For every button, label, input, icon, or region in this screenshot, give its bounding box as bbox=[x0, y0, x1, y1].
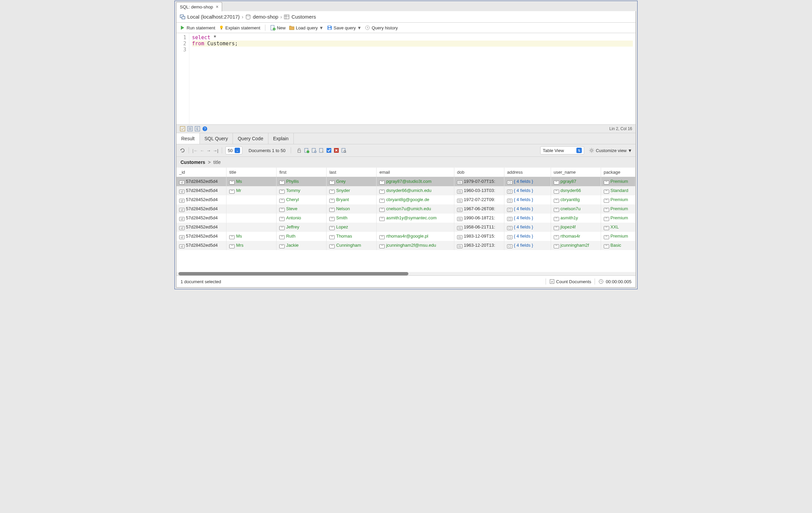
add-doc-icon[interactable] bbox=[304, 148, 309, 153]
table-cell[interactable]: Nelson bbox=[327, 204, 377, 214]
breadcrumb-connection[interactable]: Local (localhost:27017) bbox=[187, 14, 240, 20]
help-icon[interactable]: ? bbox=[202, 126, 208, 131]
table-cell[interactable]: { 4 fields } bbox=[504, 223, 551, 232]
table-cell[interactable]: { 4 fields } bbox=[504, 214, 551, 223]
customize-view-button[interactable]: Customize view ▼ bbox=[589, 148, 632, 153]
history-button[interactable]: Query history bbox=[365, 25, 398, 30]
table-cell[interactable]: Mr bbox=[226, 186, 277, 195]
table-cell[interactable]: Thomas bbox=[327, 232, 377, 241]
table-cell[interactable]: 1990-06-18T21: bbox=[454, 214, 504, 223]
horizontal-scrollbar[interactable] bbox=[176, 272, 636, 275]
table-row[interactable]: 57d28452ed5d4MsRuthThomasrthomas4r@googl… bbox=[176, 232, 636, 241]
tab-result[interactable]: Result bbox=[176, 133, 200, 144]
table-cell[interactable]: 1963-12-20T13: bbox=[454, 241, 504, 250]
editor-tab[interactable]: SQL: demo-shop × bbox=[176, 2, 222, 11]
column-header[interactable]: email bbox=[377, 168, 454, 177]
table-row[interactable]: 57d28452ed5d4MrTommySnyderdsnyder66@umic… bbox=[176, 186, 636, 195]
view-doc-icon[interactable] bbox=[311, 148, 317, 153]
table-cell[interactable]: { 4 fields } bbox=[504, 204, 551, 214]
table-cell[interactable]: Ruth bbox=[277, 232, 327, 241]
table-cell[interactable]: cnelson7u bbox=[551, 204, 601, 214]
table-cell[interactable]: Tommy bbox=[277, 186, 327, 195]
path-collection[interactable]: Customers bbox=[181, 160, 205, 165]
table-cell[interactable]: cbryant8g@google.de bbox=[377, 195, 454, 204]
table-cell[interactable]: Premium bbox=[601, 214, 635, 223]
breadcrumb-collection[interactable]: Customers bbox=[291, 14, 316, 20]
table-cell[interactable] bbox=[226, 204, 277, 214]
prev-page-icon[interactable]: ← bbox=[200, 148, 204, 153]
tab-query-code[interactable]: Query Code bbox=[233, 133, 268, 144]
editor-option-icon[interactable] bbox=[180, 126, 185, 131]
table-cell[interactable]: dsnyder66@umich.edu bbox=[377, 186, 454, 195]
table-cell[interactable]: 57d28452ed5d4 bbox=[176, 241, 226, 250]
table-cell[interactable]: Bryant bbox=[327, 195, 377, 204]
table-cell[interactable]: { 4 fields } bbox=[504, 186, 551, 195]
new-button[interactable]: + New bbox=[270, 25, 286, 30]
table-cell[interactable] bbox=[226, 223, 277, 232]
next-page-icon[interactable]: → bbox=[206, 148, 211, 153]
table-cell[interactable]: Cheryl bbox=[277, 195, 327, 204]
table-row[interactable]: 57d28452ed5d4MrsJackieCunninghamjcunning… bbox=[176, 241, 636, 250]
table-cell[interactable]: dsnyder66 bbox=[551, 186, 601, 195]
search-doc-icon[interactable] bbox=[341, 148, 347, 153]
column-header[interactable]: dob bbox=[454, 168, 504, 177]
table-cell[interactable]: Premium bbox=[601, 177, 635, 187]
breadcrumb-database[interactable]: demo-shop bbox=[253, 14, 278, 20]
table-cell[interactable]: { 4 fields } bbox=[504, 195, 551, 204]
table-cell[interactable]: Basic bbox=[601, 241, 635, 250]
column-header[interactable]: first bbox=[277, 168, 327, 177]
table-cell[interactable]: Steve bbox=[277, 204, 327, 214]
table-cell[interactable]: cnelson7u@umich.edu bbox=[377, 204, 454, 214]
table-cell[interactable]: Ms bbox=[226, 177, 277, 187]
table-row[interactable]: 57d28452ed5d4SteveNelsoncnelson7u@umich.… bbox=[176, 204, 636, 214]
table-cell[interactable]: Jackie bbox=[277, 241, 327, 250]
table-cell[interactable]: pgray87@studio3t.com bbox=[377, 177, 454, 187]
table-cell[interactable]: { 4 fields } bbox=[504, 241, 551, 250]
table-cell[interactable] bbox=[226, 195, 277, 204]
view-mode-select[interactable]: Table View ⇅ bbox=[540, 146, 584, 154]
table-cell[interactable]: Grey bbox=[327, 177, 377, 187]
column-header[interactable]: _id bbox=[176, 168, 226, 177]
table-cell[interactable]: { 4 fields } bbox=[504, 232, 551, 241]
validate-icon[interactable] bbox=[326, 148, 332, 153]
table-cell[interactable]: 1958-06-21T11: bbox=[454, 223, 504, 232]
tab-sql-query[interactable]: SQL Query bbox=[200, 133, 233, 144]
table-cell[interactable]: asmith1y bbox=[551, 214, 601, 223]
sql-editor[interactable]: 1 2 3 select * from Customers; bbox=[176, 33, 636, 124]
table-cell[interactable] bbox=[226, 214, 277, 223]
column-header[interactable]: address bbox=[504, 168, 551, 177]
table-cell[interactable]: 57d28452ed5d4 bbox=[176, 214, 226, 223]
column-header[interactable]: package bbox=[601, 168, 635, 177]
table-cell[interactable]: 57d28452ed5d4 bbox=[176, 232, 226, 241]
save-button[interactable]: Save query ▼ bbox=[327, 25, 362, 30]
column-header[interactable]: title bbox=[226, 168, 277, 177]
column-header[interactable]: last bbox=[327, 168, 377, 177]
table-cell[interactable]: jcunningham2f bbox=[551, 241, 601, 250]
table-cell[interactable]: jcunningham2f@msu.edu bbox=[377, 241, 454, 250]
table-cell[interactable]: Snyder bbox=[327, 186, 377, 195]
table-row[interactable]: 57d28452ed5d4MsPhyllisGreypgray87@studio… bbox=[176, 177, 636, 187]
table-cell[interactable]: Standard bbox=[601, 186, 635, 195]
editor-option-icon[interactable]: E bbox=[195, 126, 200, 131]
table-cell[interactable]: Phyllis bbox=[277, 177, 327, 187]
table-cell[interactable]: Antonio bbox=[277, 214, 327, 223]
run-button[interactable]: Run statement bbox=[180, 25, 215, 30]
count-documents-button[interactable]: # Count Documents bbox=[549, 279, 591, 284]
table-cell[interactable]: XXL bbox=[601, 223, 635, 232]
table-cell[interactable]: 57d28452ed5d4 bbox=[176, 204, 226, 214]
table-row[interactable]: 57d28452ed5d4JeffreyLopez1958-06-21T11:{… bbox=[176, 223, 636, 232]
refresh-icon[interactable] bbox=[180, 148, 185, 153]
editor-option-icon[interactable] bbox=[187, 126, 193, 131]
column-header[interactable]: user_name bbox=[551, 168, 601, 177]
table-cell[interactable]: 1972-07-22T09: bbox=[454, 195, 504, 204]
table-cell[interactable]: Ms bbox=[226, 232, 277, 241]
limit-select[interactable]: 50 ⌄ bbox=[225, 146, 242, 154]
table-cell[interactable]: Premium bbox=[601, 232, 635, 241]
table-cell[interactable]: 57d28452ed5d4 bbox=[176, 223, 226, 232]
table-cell[interactable]: 1983-12-09T15: bbox=[454, 232, 504, 241]
editor-code[interactable]: select * from Customers; bbox=[189, 33, 636, 124]
table-row[interactable]: 57d28452ed5d4CherylBryantcbryant8g@googl… bbox=[176, 195, 636, 204]
table-cell[interactable]: Jeffrey bbox=[277, 223, 327, 232]
table-cell[interactable] bbox=[377, 223, 454, 232]
table-cell[interactable]: 57d28452ed5d4 bbox=[176, 177, 226, 187]
